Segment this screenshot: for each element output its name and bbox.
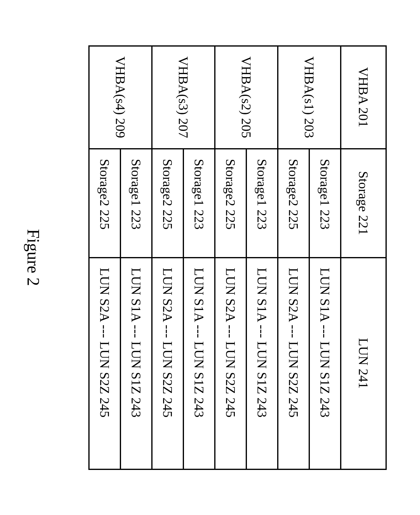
table-row: VHBA(s3) 207 Storage1 223 LUN S1A --- LU… (183, 46, 215, 469)
cell-lun: LUN S2A --- LUN S2Z 245 (89, 258, 120, 469)
cell-lun: LUN S1A --- LUN S1Z 243 (309, 258, 341, 469)
cell-lun: LUN S1A --- LUN S1Z 243 (246, 258, 278, 469)
cell-storage: Storage2 225 (89, 149, 120, 258)
cell-storage: Storage1 223 (246, 149, 278, 258)
vhba-storage-lun-table: VHBA 201 Storage 221 LUN 241 VHBA(s1) 20… (88, 45, 387, 470)
cell-storage: Storage1 223 (309, 149, 341, 258)
landscape-content: VHBA 201 Storage 221 LUN 241 VHBA(s1) 20… (0, 0, 420, 515)
table-row: VHBA(s1) 203 Storage1 223 LUN S1A --- LU… (309, 46, 341, 469)
cell-storage: Storage2 225 (152, 149, 183, 258)
cell-vhba: VHBA(s2) 205 (215, 46, 278, 149)
page: VHBA 201 Storage 221 LUN 241 VHBA(s1) 20… (0, 0, 420, 420)
header-lun: LUN 241 (341, 258, 386, 469)
cell-vhba: VHBA(s1) 203 (278, 46, 341, 149)
table-header-row: VHBA 201 Storage 221 LUN 241 (341, 46, 386, 469)
cell-lun: LUN S1A --- LUN S1Z 243 (120, 258, 152, 469)
cell-storage: Storage1 223 (183, 149, 215, 258)
cell-lun: LUN S2A --- LUN S2Z 245 (278, 258, 309, 469)
table-row: VHBA(s4) 209 Storage1 223 LUN S1A --- LU… (120, 46, 152, 469)
cell-vhba: VHBA(s4) 209 (89, 46, 152, 149)
table-row: VHBA(s2) 205 Storage1 223 LUN S1A --- LU… (246, 46, 278, 469)
figure-label: Figure 2 (24, 229, 43, 286)
cell-storage: Storage1 223 (120, 149, 152, 258)
cell-lun: LUN S2A --- LUN S2Z 245 (215, 258, 246, 469)
header-storage: Storage 221 (341, 149, 386, 258)
header-vhba: VHBA 201 (341, 46, 386, 149)
cell-lun: LUN S1A --- LUN S1Z 243 (183, 258, 215, 469)
cell-storage: Storage2 225 (278, 149, 309, 258)
cell-storage: Storage2 225 (215, 149, 246, 258)
cell-lun: LUN S2A --- LUN S2Z 245 (152, 258, 183, 469)
cell-vhba: VHBA(s3) 207 (152, 46, 215, 149)
